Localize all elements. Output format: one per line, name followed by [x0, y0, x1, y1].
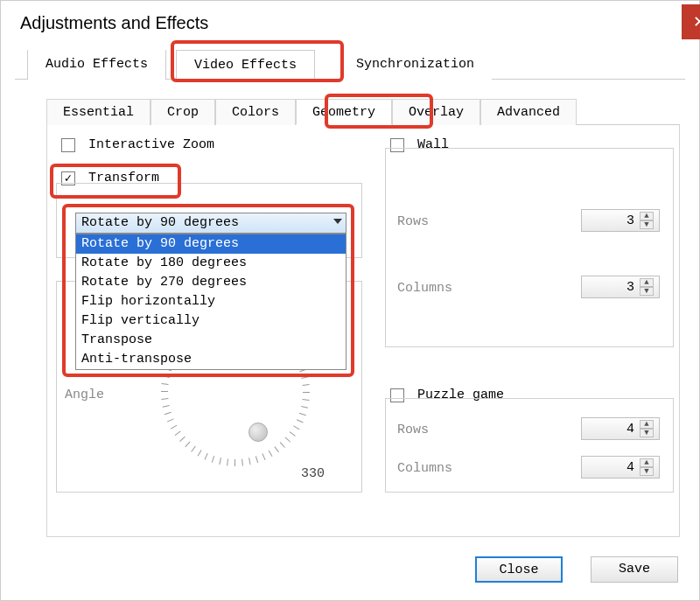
window-title: Adjustments and Effects	[1, 1, 699, 50]
transform-option-anti[interactable]: Anti-transpose	[76, 350, 346, 369]
save-button[interactable]: Save	[591, 556, 678, 583]
interactive-zoom-checkbox[interactable]	[61, 138, 75, 152]
transform-select-list[interactable]: Rotate by 90 degrees Rotate by 180 degre…	[75, 234, 346, 370]
interactive-zoom-label[interactable]: Interactive Zoom	[88, 137, 214, 152]
wall-cols-spinner[interactable]: 3 ▲▼	[581, 276, 660, 298]
tab-colors[interactable]: Colors	[215, 99, 296, 125]
tab-advanced[interactable]: Advanced	[480, 99, 577, 125]
close-button[interactable]: Close	[475, 556, 563, 583]
tab-overlay[interactable]: Overlay	[392, 99, 480, 125]
chevron-down-icon	[333, 219, 342, 224]
tab-audio-effects[interactable]: Audio Effects	[27, 50, 166, 80]
transform-select-value: Rotate by 90 degrees	[81, 215, 239, 230]
transform-select[interactable]: Rotate by 90 degrees	[75, 213, 346, 234]
geometry-panel: Interactive Zoom ✓ Transform Rotate by 9…	[46, 125, 680, 537]
content-area: Audio Effects Video Effects Synchronizat…	[15, 50, 685, 586]
puzzle-cols-stepper[interactable]: ▲▼	[640, 458, 654, 477]
transform-option-rotate-270[interactable]: Rotate by 270 degrees	[76, 273, 346, 292]
dial-knob[interactable]	[248, 423, 268, 442]
tab-crop[interactable]: Crop	[150, 99, 215, 125]
puzzle-rows-label: Rows	[397, 423, 429, 437]
tab-synchronization[interactable]: Synchronization	[339, 50, 492, 80]
wall-rows-stepper[interactable]: ▲▼	[640, 211, 654, 230]
transform-option-flip-v[interactable]: Flip vertically	[76, 311, 346, 331]
angle-label: Angle	[65, 388, 104, 402]
puzzle-cols-label: Columns	[397, 461, 452, 476]
transform-option-transpose[interactable]: Transpose	[76, 331, 346, 350]
puzzle-cols-value: 4	[626, 460, 634, 475]
wall-rows-label: Rows	[397, 214, 429, 229]
transform-option-rotate-180[interactable]: Rotate by 180 degrees	[76, 254, 346, 273]
transform-option-rotate-90[interactable]: Rotate by 90 degrees	[76, 234, 346, 254]
top-tabs: Audio Effects Video Effects Synchronizat…	[15, 50, 685, 80]
wall-cols-stepper[interactable]: ▲▼	[640, 277, 654, 297]
wall-cols-label: Columns	[397, 281, 452, 296]
wall-group	[385, 148, 674, 347]
tab-essential[interactable]: Essential	[46, 99, 150, 125]
wall-cols-value: 3	[626, 280, 634, 295]
tab-geometry[interactable]: Geometry	[296, 99, 392, 125]
puzzle-cols-spinner[interactable]: 4 ▲▼	[581, 456, 660, 479]
wall-rows-value: 3	[626, 213, 634, 228]
tab-video-effects[interactable]: Video Effects	[176, 50, 315, 80]
wall-rows-spinner[interactable]: 3 ▲▼	[581, 209, 660, 232]
window: Adjustments and Effects ✕ Audio Effects …	[0, 0, 700, 601]
interactive-zoom-row: Interactive Zoom	[61, 137, 214, 152]
close-icon[interactable]: ✕	[682, 4, 700, 39]
puzzle-rows-spinner[interactable]: 4 ▲▼	[581, 417, 660, 440]
sub-tabs: Essential Crop Colors Geometry Overlay A…	[46, 99, 680, 125]
angle-value: 330	[301, 466, 325, 481]
transform-option-flip-h[interactable]: Flip horizontally	[76, 292, 346, 311]
puzzle-rows-stepper[interactable]: ▲▼	[640, 419, 654, 438]
puzzle-rows-value: 4	[626, 422, 634, 437]
